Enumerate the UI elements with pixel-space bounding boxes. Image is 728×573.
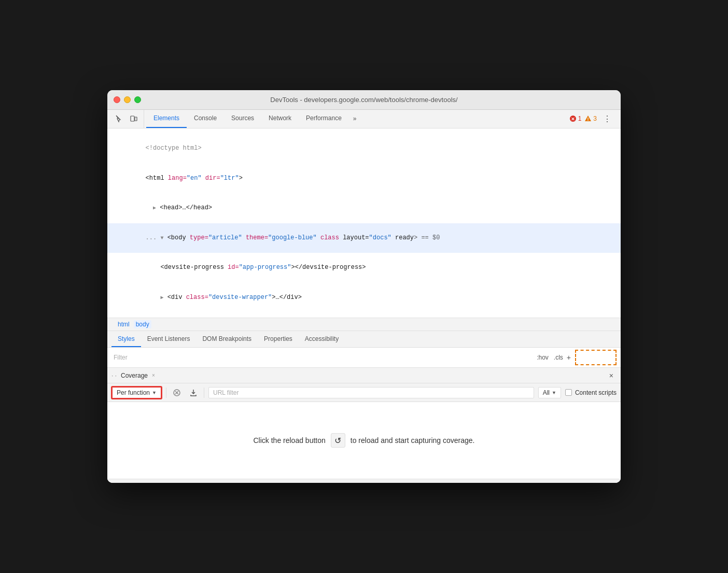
filter-input[interactable] xyxy=(111,353,531,362)
warnings-count: 3 xyxy=(593,115,597,122)
svg-rect-1 xyxy=(135,117,137,121)
devtools-body: Elements Console Sources Network Perform… xyxy=(107,110,621,483)
maximize-button[interactable] xyxy=(134,96,141,103)
theme-val: "google-blue" xyxy=(268,234,317,241)
tab-dom-breakpoints-label: DOM Breakpoints xyxy=(202,335,251,342)
devsite-close: ></devsite-progress> xyxy=(291,264,366,271)
dir-attr: dir= xyxy=(202,175,220,182)
tab-elements[interactable]: Elements xyxy=(146,110,187,128)
tab-performance[interactable]: Performance xyxy=(299,110,349,128)
div-class-attr: class= xyxy=(186,294,208,301)
tab-dom-breakpoints[interactable]: DOM Breakpoints xyxy=(196,331,258,347)
tab-console[interactable]: Console xyxy=(187,110,224,128)
coverage-dots: · · xyxy=(111,372,117,379)
coverage-content: Click the reload button ↺ to reload and … xyxy=(107,402,621,479)
bottom-scrollbar xyxy=(107,479,621,483)
toolbar-sep-2 xyxy=(204,388,204,398)
code-line-body[interactable]: ... ▼ <body type="article" theme="google… xyxy=(107,223,621,253)
error-badge[interactable]: ✕ 1 xyxy=(569,115,582,122)
content-scripts-label: Content scripts xyxy=(565,389,617,396)
per-function-label: Per function xyxy=(117,389,150,396)
tab-styles[interactable]: Styles xyxy=(111,331,141,347)
close-button[interactable] xyxy=(114,96,120,103)
tab-event-listeners[interactable]: Event Listeners xyxy=(141,331,197,347)
more-tabs-button[interactable]: » xyxy=(349,110,361,128)
code-line-div[interactable]: ▶ <div class="devsite-wrapper">…</div> xyxy=(116,283,612,313)
styles-toolbar: :hov .cls + xyxy=(107,348,621,368)
svg-text:!: ! xyxy=(587,117,589,122)
url-filter-input[interactable] xyxy=(208,387,534,398)
main-tabs: Elements Console Sources Network Perform… xyxy=(146,110,361,128)
per-function-arrow: ▼ xyxy=(152,390,157,395)
export-button[interactable] xyxy=(187,386,200,399)
device-toolbar-icon[interactable] xyxy=(127,112,141,125)
hov-button[interactable]: :hov xyxy=(535,353,550,362)
hov-cls-buttons: :hov .cls + xyxy=(535,353,571,362)
inspect-icon[interactable] xyxy=(113,112,126,125)
type-val: "article" xyxy=(208,234,242,241)
code-line-devsite[interactable]: <devsite-progress id="app-progress"></de… xyxy=(116,253,612,283)
toolbar-right: ✕ 1 ! 3 ⋮ xyxy=(565,113,619,125)
coverage-tab-close[interactable]: × xyxy=(152,373,155,378)
toolbar-icons xyxy=(109,110,144,128)
tab-properties[interactable]: Properties xyxy=(258,331,299,347)
tab-network[interactable]: Network xyxy=(261,110,299,128)
svg-text:✕: ✕ xyxy=(571,117,575,122)
breadcrumb-html[interactable]: html xyxy=(116,320,132,328)
head-tag: <head>…</head> xyxy=(156,204,212,211)
dollar0: $0 xyxy=(432,234,440,241)
coverage-header: · · Coverage × × xyxy=(107,368,621,383)
doctype-text: <!doctype html> xyxy=(146,145,202,152)
tab-console-label: Console xyxy=(194,114,217,122)
lang-attr: lang= xyxy=(168,175,187,182)
lang-val: "en" xyxy=(187,175,202,182)
tab-styles-label: Styles xyxy=(118,335,135,342)
main-toolbar: Elements Console Sources Network Perform… xyxy=(107,110,621,128)
cls-button[interactable]: .cls xyxy=(552,353,565,362)
devsite-tag: <devsite-progress xyxy=(160,264,228,271)
minimize-button[interactable] xyxy=(124,96,131,103)
all-arrow: ▼ xyxy=(552,390,556,395)
devtools-window: DevTools - developers.google.com/web/too… xyxy=(107,90,621,483)
more-tabs-icon: » xyxy=(353,115,357,122)
tab-network-label: Network xyxy=(269,114,291,122)
html-tag-open: <html xyxy=(146,175,168,182)
add-style-button[interactable]: + xyxy=(567,353,571,362)
id-val: "app-progress" xyxy=(239,264,291,271)
div-tag: <div xyxy=(163,294,186,301)
dashed-style-box xyxy=(575,350,617,365)
coverage-message-before: Click the reload button xyxy=(253,436,325,445)
panel-tabs: Styles Event Listeners DOM Breakpoints P… xyxy=(107,331,621,348)
content-scripts-checkbox[interactable] xyxy=(565,389,572,396)
class-attr: class xyxy=(317,234,343,241)
tab-performance-label: Performance xyxy=(306,114,342,122)
coverage-panel-close[interactable]: × xyxy=(606,370,617,381)
coverage-panel: · · Coverage × × Per function ▼ xyxy=(107,368,621,483)
reload-icon: ↺ xyxy=(334,436,341,446)
layout-text: layout= xyxy=(343,234,369,241)
breadcrumb-body[interactable]: body xyxy=(134,320,151,328)
reload-button[interactable]: ↺ xyxy=(331,433,345,448)
layout-val: "docs" xyxy=(369,234,391,241)
coverage-title: Coverage xyxy=(121,372,148,379)
all-dropdown[interactable]: All ▼ xyxy=(538,387,561,398)
coverage-toolbar: Per function ▼ xyxy=(107,383,621,402)
dir-val: "ltr" xyxy=(220,175,239,182)
id-attr: id= xyxy=(228,264,239,271)
tab-sources[interactable]: Sources xyxy=(224,110,261,128)
type-attr: type= xyxy=(190,234,208,241)
window-title: DevTools - developers.google.com/web/too… xyxy=(270,96,457,104)
div-class-val: "devsite-wrapper" xyxy=(208,294,272,301)
per-function-dropdown[interactable]: Per function ▼ xyxy=(111,386,162,399)
stop-recording-button[interactable] xyxy=(171,386,183,399)
traffic-lights xyxy=(114,96,141,103)
tab-accessibility[interactable]: Accessibility xyxy=(299,331,345,347)
code-line-head[interactable]: ▶ <head>…</head> xyxy=(116,193,612,223)
eq-sign: > == xyxy=(414,234,432,241)
code-line-html[interactable]: <html lang="en" dir="ltr"> xyxy=(116,163,612,193)
body-tag: <body xyxy=(163,234,189,241)
devtools-menu-button[interactable]: ⋮ xyxy=(600,113,614,125)
warning-badge[interactable]: ! 3 xyxy=(584,115,597,122)
theme-attr: theme= xyxy=(242,234,268,241)
toolbar-sep-1 xyxy=(166,388,166,398)
